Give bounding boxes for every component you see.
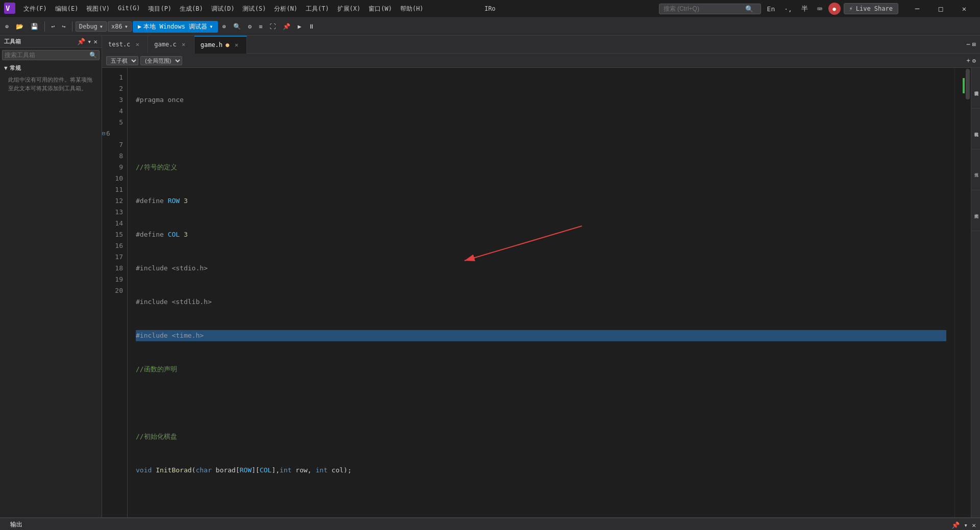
platform-dropdown[interactable]: x86 ▾ bbox=[108, 21, 132, 32]
scrollbar-thumb[interactable] bbox=[966, 69, 970, 99]
toolbar-btn-8[interactable]: ⏸ bbox=[305, 21, 317, 32]
right-sidebar-item-1[interactable]: 测试资源管理器 bbox=[971, 68, 980, 109]
line-num-13: 13 bbox=[102, 207, 123, 218]
tab-test-c-label: test.c bbox=[108, 41, 130, 48]
scope-dropdown[interactable]: 五子棋 bbox=[106, 56, 138, 65]
tab-game-c-label: game.c bbox=[154, 41, 176, 48]
output-pin-icon[interactable]: 📌 bbox=[951, 521, 960, 529]
editor-toolbar: 五子棋 (全局范围) + ⚙ bbox=[102, 54, 980, 68]
tab-test-c[interactable]: test.c ✕ bbox=[102, 36, 148, 54]
toolbar-btn-2[interactable]: 🔍 bbox=[230, 21, 244, 32]
code-line-13 bbox=[136, 498, 946, 510]
lang-indicator[interactable]: En bbox=[764, 4, 778, 14]
tab-split-icon[interactable]: ⊞ bbox=[972, 41, 976, 48]
toolbox-header: 工具箱 📌 ▾ ✕ bbox=[0, 36, 102, 48]
new-button[interactable]: ⊕ bbox=[2, 21, 12, 32]
redo-button[interactable]: ↪ bbox=[59, 21, 68, 32]
toolbar-btn-1[interactable]: ⊕ bbox=[219, 21, 229, 32]
menu-edit[interactable]: 编辑(E) bbox=[51, 3, 83, 15]
range-dropdown[interactable]: (全局范围) bbox=[140, 56, 182, 65]
open-button[interactable]: 📂 bbox=[13, 21, 27, 32]
toolbox-search-icon: 🔍 bbox=[89, 52, 97, 59]
search-input[interactable] bbox=[664, 5, 745, 12]
toolbox-section-header[interactable]: ▼ 常规 bbox=[4, 64, 97, 72]
output-dropdown-icon[interactable]: ▾ bbox=[964, 521, 968, 529]
line-num-19: 19 bbox=[102, 274, 123, 285]
line-num-7: 7 bbox=[102, 139, 123, 150]
toolbox-title: 工具箱 bbox=[4, 38, 21, 45]
menu-debug[interactable]: 调试(D) bbox=[207, 3, 239, 15]
toolbar-btn-4[interactable]: ≡ bbox=[256, 21, 265, 32]
menu-view[interactable]: 视图(V) bbox=[82, 3, 114, 15]
tab-test-c-close[interactable]: ✕ bbox=[133, 40, 141, 48]
code-area: 1 2 3 4 5 ⊟6 7 8 9 10 11 12 13 14 15 16 … bbox=[102, 68, 980, 517]
toolbar: ⊕ 📂 💾 ↩ ↪ Debug ▾ x86 ▾ ▶ 本地 Windows 调试器… bbox=[0, 18, 980, 36]
menu-analyze[interactable]: 分析(N) bbox=[270, 3, 302, 15]
right-sidebar-item-4[interactable]: 文档大纲 bbox=[971, 190, 980, 231]
menu-build[interactable]: 生成(B) bbox=[176, 3, 207, 15]
toolbox-close-icon[interactable]: ✕ bbox=[93, 38, 97, 45]
line-num-4: 4 bbox=[102, 106, 123, 117]
tab-game-h-label: game.h bbox=[201, 41, 223, 48]
debug-config-arrow: ▾ bbox=[100, 23, 103, 30]
output-close-icon[interactable]: ✕ bbox=[972, 521, 976, 529]
lang4-indicator: ⌨ bbox=[814, 3, 825, 15]
tab-game-c[interactable]: game.c ✕ bbox=[148, 36, 194, 54]
tab-game-h[interactable]: game.h ● ✕ bbox=[194, 36, 248, 54]
settings-icon[interactable]: ⚙ bbox=[972, 57, 976, 64]
code-line-3: //符号的定义 bbox=[136, 162, 946, 173]
menu-git[interactable]: Git(G) bbox=[114, 3, 144, 15]
live-share-label: Live Share bbox=[856, 5, 893, 12]
gutter-indicator bbox=[963, 78, 965, 93]
toolbar-btn-3[interactable]: ⚙ bbox=[245, 21, 255, 32]
menu-test[interactable]: 测试(S) bbox=[238, 3, 270, 15]
expand-icon[interactable]: + bbox=[967, 57, 970, 64]
vertical-scrollbar[interactable] bbox=[965, 68, 971, 517]
search-box[interactable]: 🔍 bbox=[659, 4, 761, 14]
title-bar: V 文件(F) 编辑(E) 视图(V) Git(G) 项目(P) 生成(B) 调… bbox=[0, 0, 980, 18]
line-num-12: 12 bbox=[102, 195, 123, 207]
menu-window[interactable]: 窗口(W) bbox=[364, 3, 396, 15]
line-num-6: ⊟6 bbox=[102, 128, 123, 139]
toolbox-dropdown-icon[interactable]: ▾ bbox=[87, 38, 91, 45]
titlebar-right: 🔍 En ·, 半 ⌨ ● ⚡ Live Share ─ □ ✕ bbox=[659, 0, 976, 18]
toolbar-btn-5[interactable]: ⛶ bbox=[266, 21, 279, 32]
line-num-2: 2 bbox=[102, 83, 123, 94]
code-line-2 bbox=[136, 128, 946, 139]
line-num-8: 8 bbox=[102, 150, 123, 162]
toolbox-search-input[interactable] bbox=[5, 52, 89, 59]
menu-project[interactable]: 项目(P) bbox=[144, 3, 176, 15]
menu-file[interactable]: 文件(F) bbox=[19, 3, 51, 15]
close-button[interactable]: ✕ bbox=[952, 0, 976, 18]
right-sidebar-item-2[interactable]: 实时可视化树 bbox=[971, 109, 980, 149]
tab-game-h-close[interactable]: ✕ bbox=[232, 41, 240, 49]
svg-text:V: V bbox=[6, 4, 10, 12]
right-sidebar: 测试资源管理器 实时可视化树 属性 文档大纲 bbox=[971, 68, 980, 517]
live-share-button[interactable]: ⚡ Live Share bbox=[844, 3, 898, 14]
tab-game-c-close[interactable]: ✕ bbox=[180, 40, 188, 48]
maximize-button[interactable]: □ bbox=[929, 0, 952, 18]
toolbar-btn-7[interactable]: ▶ bbox=[295, 21, 304, 32]
code-editor[interactable]: #pragma once //符号的定义 #define ROW 3 #defi… bbox=[128, 68, 954, 517]
line-num-1: 1 bbox=[102, 72, 123, 83]
debug-config-dropdown[interactable]: Debug ▾ bbox=[76, 21, 107, 32]
minimize-button[interactable]: ─ bbox=[905, 0, 929, 18]
toolbox-pin-icon[interactable]: 📌 bbox=[77, 38, 85, 45]
vs-logo: V bbox=[4, 3, 15, 15]
right-sidebar-item-3[interactable]: 属性 bbox=[971, 149, 980, 190]
toolbox-search[interactable]: 🔍 bbox=[2, 50, 100, 60]
output-tab[interactable]: 输出 bbox=[4, 518, 29, 530]
start-debug-button[interactable]: ▶ 本地 Windows 调试器 ▾ bbox=[133, 21, 218, 33]
menu-extensions[interactable]: 扩展(X) bbox=[333, 3, 365, 15]
undo-button[interactable]: ↩ bbox=[48, 21, 58, 32]
toolbox-section-content: 此组中没有可用的控件。将某项拖至此文本可将其添加到工具箱。 bbox=[4, 72, 97, 97]
toolbar-btn-6[interactable]: 📌 bbox=[280, 21, 293, 32]
toolbox-icons: 📌 ▾ ✕ bbox=[77, 38, 97, 45]
avatar[interactable]: ● bbox=[828, 3, 841, 15]
debug-config-label: Debug bbox=[79, 23, 97, 30]
menu-tools[interactable]: 工具(T) bbox=[302, 3, 333, 15]
tab-list-icon[interactable]: ⋯ bbox=[967, 41, 970, 48]
lang2-indicator: ·, bbox=[781, 4, 795, 14]
menu-help[interactable]: 帮助(H) bbox=[396, 3, 428, 15]
save-button[interactable]: 💾 bbox=[28, 21, 41, 32]
